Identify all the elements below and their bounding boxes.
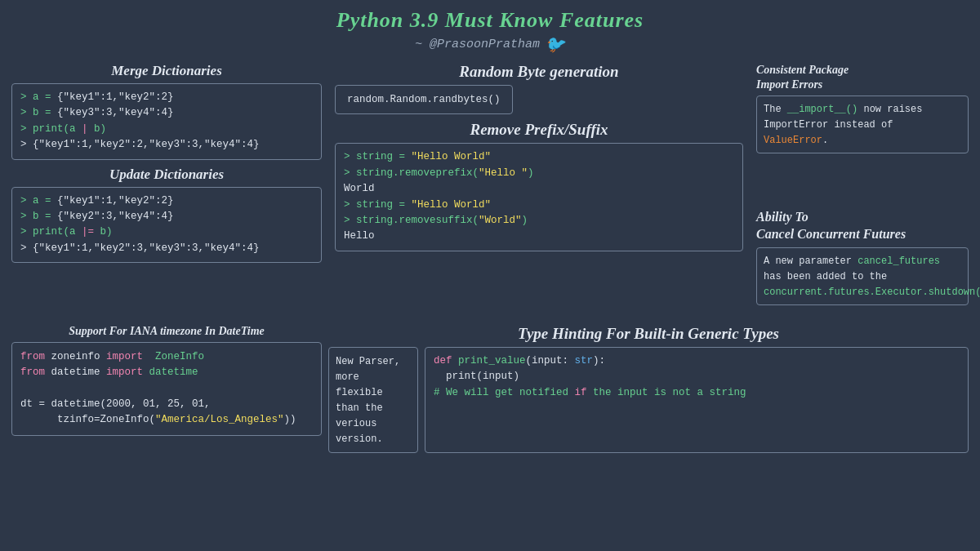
type-hint-title: Type Hinting For Built-in Generic Types [328,325,969,343]
update-dict-section: Update Dictionaries > a = {"key1":1,"key… [11,167,322,264]
merge-dict-code-box: > a = {"key1":1,"key2":2} > b = {"key3":… [11,83,322,160]
merge-dict-title: Merge Dictionaries [11,63,322,79]
subtitle-row: ~ @PrasoonPratham 🐦 [11,34,969,55]
random-byte-section: Random Byte generation random.Random.ran… [335,63,743,114]
update-dict-code: > a = {"key1":1,"key2":2} > b = {"key2":… [20,193,313,257]
consistent-package-title: Consistent PackageImport Errors [756,63,969,92]
cancel-futures-box: A new parameter cancel_futureshas been a… [756,247,969,305]
cancel-futures-section: Ability ToCancel Concurrent Futures A ne… [756,209,969,305]
remove-prefix-title: Remove Prefix/Suffix [335,121,743,139]
consistent-package-box: The __import__() now raisesImportError i… [756,96,969,153]
main-page: Python 3.9 Must Know Features ~ @Prasoon… [0,0,980,551]
consistent-package-prose: The __import__() now raisesImportError i… [764,104,922,146]
random-byte-code: random.Random.randbytes() [347,94,501,105]
random-byte-code-box: random.Random.randbytes() [335,85,513,114]
iana-code: from zoneinfo import ZoneInfo from datet… [20,349,313,429]
type-hint-inner: New Parser, more flexible than the verio… [328,347,969,453]
remove-prefix-section: Remove Prefix/Suffix > string = "Hello W… [335,121,743,251]
cancel-futures-prose: A new parameter cancel_futureshas been a… [764,256,980,298]
new-parser-text: New Parser, more flexible than the verio… [336,356,400,445]
remove-prefix-code: > string = "Hello World" > string.remove… [344,149,734,244]
right-column: Consistent PackageImport Errors The __im… [756,63,969,305]
type-hint-section: Type Hinting For Built-in Generic Types … [328,325,969,453]
bottom-row: Support For IANA timezone In DateTime fr… [11,325,969,453]
new-parser-box: New Parser, more flexible than the verio… [328,347,418,453]
iana-code-box: from zoneinfo import ZoneInfo from datet… [11,342,322,436]
iana-section: Support For IANA timezone In DateTime fr… [11,325,322,453]
middle-column: Random Byte generation random.Random.ran… [328,63,750,305]
page-title: Python 3.9 Must Know Features [11,8,969,33]
random-byte-title: Random Byte generation [335,63,743,81]
type-hint-code: def print_value(input: str): print(input… [434,353,960,401]
main-layout: Merge Dictionaries > a = {"key1":1,"key2… [11,63,969,318]
left-column: Merge Dictionaries > a = {"key1":1,"key2… [11,63,322,305]
update-dict-title: Update Dictionaries [11,167,322,183]
merge-dict-code: > a = {"key1":1,"key2":2} > b = {"key3":… [20,90,313,153]
consistent-package-section: Consistent PackageImport Errors The __im… [756,63,969,153]
merge-dict-section: Merge Dictionaries > a = {"key1":1,"key2… [11,63,322,160]
remove-prefix-code-box: > string = "Hello World" > string.remove… [335,143,743,251]
twitter-icon: 🐦 [545,34,565,55]
subtitle-text: ~ @PrasoonPratham [415,38,540,51]
cancel-futures-title: Ability ToCancel Concurrent Futures [756,209,969,243]
type-hint-code-box: def print_value(input: str): print(input… [425,347,969,453]
iana-title: Support For IANA timezone In DateTime [11,325,322,338]
update-dict-code-box: > a = {"key1":1,"key2":2} > b = {"key2":… [11,187,322,264]
